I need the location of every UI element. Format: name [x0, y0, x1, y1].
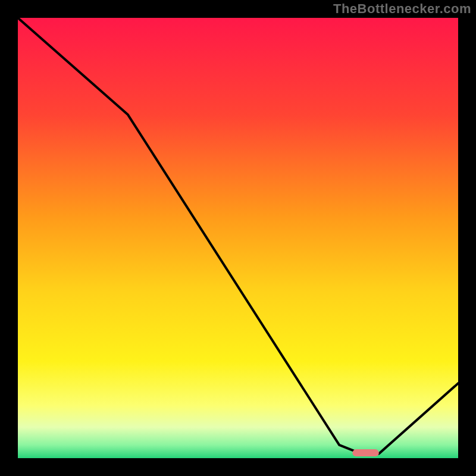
optimal-range-marker [352, 449, 378, 456]
bottleneck-chart [0, 0, 476, 476]
chart-frame: TheBottlenecker.com [0, 0, 476, 476]
watermark-text: TheBottlenecker.com [333, 1, 471, 17]
plot-background [18, 18, 458, 458]
